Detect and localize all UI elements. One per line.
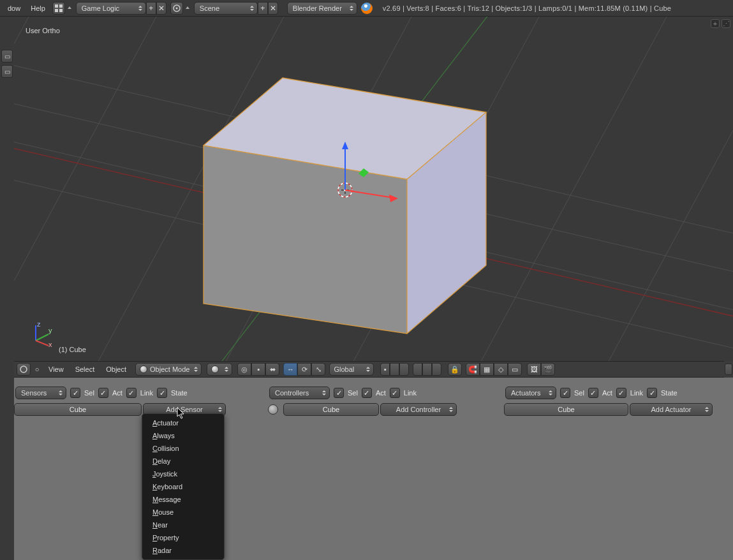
sensor-type-message[interactable]: Message [142,493,224,506]
render-image-icon[interactable]: 🖼 [527,363,541,376]
region-expand-icon[interactable]: + [711,19,720,28]
sensor-type-delay[interactable]: Delay [142,455,224,468]
add-sensor-menu: Actuator Always Collision Delay Joystick… [142,413,225,560]
3d-viewport[interactable]: User Ortho (1) Cube z y x + ⋰ [14,17,733,361]
menu-help[interactable]: Help [26,1,50,15]
actuators-state-checkbox[interactable] [647,388,657,398]
snap-toggle-icon[interactable]: 🧲 [466,363,480,376]
add-actuator-dropdown[interactable]: Add Actuator [630,403,713,416]
actuators-sel-checkbox[interactable] [560,388,570,398]
menu-object[interactable]: Object [101,362,131,376]
scene-label: Scene [200,4,219,12]
snap-element-icon[interactable]: ▦ [480,363,494,376]
sensors-link-checkbox[interactable] [126,388,137,398]
sensor-type-keyboard[interactable]: Keyboard [142,480,224,493]
sel-label: Sel [348,389,358,397]
svg-rect-0 [55,4,58,8]
orientation-label: Global [334,365,354,373]
actuators-act-checkbox[interactable] [588,388,598,398]
act-label: Act [112,389,122,397]
controllers-dropdown[interactable]: Controllers [269,387,330,399]
editor-type-icon[interactable] [17,363,31,376]
svg-line-11 [14,17,174,361]
snap-target-icon[interactable]: ◇ [494,363,508,376]
render-anim-icon[interactable]: 🎬 [541,363,555,376]
orientation-dropdown[interactable]: Global [329,363,374,376]
svg-point-5 [175,7,177,9]
properties-editor-type[interactable] [724,361,733,378]
sensor-type-always[interactable]: Always [142,429,224,442]
add-sensor-label: Add Sensor [166,406,202,413]
sensor-type-actuator[interactable]: Actuator [142,416,224,429]
screen-layout-dropdown[interactable]: Game Logic [76,2,146,15]
pivot-point-icon[interactable]: ◎ [237,363,251,376]
actuators-object-box[interactable]: Cube [504,403,628,416]
state-label: State [171,389,188,397]
render-engine-dropdown[interactable]: Blender Render [287,2,357,15]
pivot-ind-icon[interactable]: ▪ [251,363,265,376]
mode-dropdown[interactable]: Object Mode [135,363,202,376]
svg-line-39 [36,334,48,341]
sensor-type-joystick[interactable]: Joystick [142,468,224,480]
link-label: Link [140,389,153,397]
snap-align-icon[interactable]: ▭ [508,363,522,376]
sensor-type-mouse[interactable]: Mouse [142,506,224,519]
scene-delete-button[interactable]: ✕ [268,2,278,15]
toolshelf-tab-icon[interactable]: ▭ [1,65,13,78]
sensors-state-checkbox[interactable] [157,388,167,398]
menu-view[interactable]: View [43,362,69,376]
layers-1[interactable]: ▪ [380,363,409,376]
add-controller-dropdown[interactable]: Add Controller [380,403,457,416]
actuators-link-checkbox[interactable] [616,388,626,398]
controllers-header: Controllers Sel Act Link [269,387,417,399]
svg-text:x: x [48,341,52,347]
menu-select[interactable]: Select [70,362,100,376]
sel-label: Sel [84,389,94,397]
sensors-sel-checkbox[interactable] [70,388,80,398]
region-splitter-icon[interactable]: ⋰ [722,19,730,28]
screen-add-button[interactable]: + [146,2,156,15]
sensor-type-property[interactable]: Property [142,531,224,544]
lock-camera-icon[interactable]: 🔒 [448,363,462,376]
left-region-strip: ▭ ▭ [0,17,14,560]
sensor-type-collision[interactable]: Collision [142,442,224,455]
active-object-label: (1) Cube [59,346,86,353]
link-label: Link [630,389,643,397]
svg-rect-3 [59,9,63,12]
toolshelf-tab-icon[interactable]: ▭ [1,50,13,63]
controllers-act-checkbox[interactable] [362,388,372,398]
logic-editor: Sensors Sel Act Link State Cube Add Sens… [14,378,733,560]
svg-line-41 [36,341,48,346]
controller-link-socket[interactable] [268,404,278,415]
manip-scale-icon[interactable]: ⤡ [311,363,325,376]
controllers-link-checkbox[interactable] [390,388,400,398]
3dview-header: ○ View Select Object Object Mode ◎ ▪ ⬌ ↔… [14,361,733,378]
scene-add-button[interactable]: + [258,2,268,15]
sensors-act-checkbox[interactable] [98,388,108,398]
sensors-object-box[interactable]: Cube [14,403,142,416]
svg-text:y: y [48,327,52,334]
scene-browse[interactable] [170,2,191,15]
state-label: State [661,389,677,397]
controllers-sel-checkbox[interactable] [334,388,344,398]
controllers-object-box[interactable]: Cube [283,403,379,416]
screen-layout-browse[interactable] [52,2,73,15]
scene-dropdown[interactable]: Scene [194,2,258,15]
layers-2[interactable] [413,363,441,376]
controllers-row: Cube Add Controller [268,403,457,416]
svg-rect-1 [59,4,63,8]
viewport-corner-controls: + ⋰ [711,19,730,28]
manip-translate-icon[interactable]: ↔ [283,363,297,376]
manipulator-toggle-icon[interactable]: ⬌ [265,363,279,376]
actuators-dropdown[interactable]: Actuators [505,387,556,399]
collapse-menus-icon[interactable]: ○ [32,363,42,376]
sensors-dropdown[interactable]: Sensors [15,387,66,399]
sensor-type-near[interactable]: Near [142,519,224,531]
shading-dropdown[interactable] [207,363,232,376]
menu-window[interactable]: dow [3,1,26,15]
svg-rect-2 [55,9,58,12]
manip-rotate-icon[interactable]: ⟳ [297,363,311,376]
render-engine-label: Blender Render [293,4,342,12]
sensor-type-radar[interactable]: Radar [142,544,224,557]
screen-delete-button[interactable]: ✕ [156,2,167,15]
